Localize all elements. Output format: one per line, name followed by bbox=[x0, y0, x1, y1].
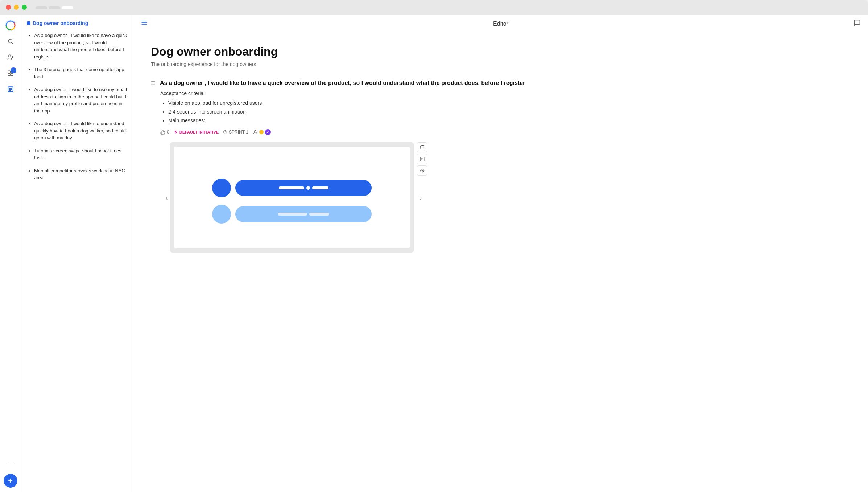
pill-dot-long-2 bbox=[278, 213, 307, 216]
expand-tool[interactable] bbox=[417, 142, 427, 152]
mockup-frame: ‹ › bbox=[170, 142, 414, 253]
panel-title: Dog owner onboarding bbox=[27, 20, 127, 26]
users-icon-button[interactable] bbox=[4, 51, 17, 64]
story-title: As a dog owner , I would like to have a … bbox=[160, 79, 851, 87]
notification-badge: 1 bbox=[11, 67, 16, 73]
mockup-circle-2 bbox=[212, 205, 231, 224]
svg-rect-18 bbox=[420, 146, 424, 149]
hamburger-menu-icon[interactable] bbox=[141, 19, 148, 28]
create-fab[interactable]: + bbox=[4, 474, 17, 488]
document-subtitle: The onboarding experience for the dog ow… bbox=[151, 61, 851, 67]
list-item: 2-4 seconds into screen animation bbox=[168, 108, 851, 116]
list-item[interactable]: Tutorials screen swipe should be x2 time… bbox=[34, 147, 127, 161]
panel-title-text: Dog owner onboarding bbox=[33, 20, 88, 26]
svg-point-21 bbox=[421, 170, 422, 171]
app-logo[interactable] bbox=[4, 19, 17, 32]
browser-tab-2[interactable] bbox=[49, 6, 60, 9]
browser-tab-1[interactable] bbox=[36, 6, 47, 9]
pill-dot-round bbox=[306, 186, 310, 190]
sprint-label: SPRINT 1 bbox=[229, 130, 248, 135]
mockup-pill-1 bbox=[235, 180, 372, 196]
icon-sidebar: 1 ⋯ + bbox=[0, 15, 21, 492]
fab-label: + bbox=[8, 476, 13, 485]
mockup-circle-1 bbox=[212, 179, 231, 197]
svg-point-17 bbox=[255, 131, 256, 132]
frame-tools bbox=[417, 142, 427, 176]
svg-line-2 bbox=[12, 42, 13, 44]
editor-title: Editor bbox=[493, 21, 508, 27]
votes-meta[interactable]: 0 bbox=[160, 130, 169, 135]
svg-rect-19 bbox=[420, 157, 424, 161]
traffic-light-red[interactable] bbox=[6, 5, 11, 10]
list-item[interactable]: The 3 tutorial pages that come up after … bbox=[34, 66, 127, 80]
pill-dot-short-2 bbox=[309, 213, 329, 216]
editor-header: Editor bbox=[133, 15, 868, 33]
acceptance-list: Visible on app load for unregistered use… bbox=[151, 99, 851, 125]
story-block: ☰ As a dog owner , I would like to have … bbox=[151, 79, 851, 253]
layers-icon-button[interactable]: 1 bbox=[4, 67, 17, 80]
initiative-meta[interactable]: DEFAULT INITIATIVE bbox=[174, 130, 219, 134]
mockup-row-1 bbox=[212, 179, 372, 197]
traffic-light-green[interactable] bbox=[22, 5, 27, 10]
svg-marker-15 bbox=[174, 130, 177, 134]
status-check bbox=[265, 129, 271, 135]
pill-dot-short bbox=[312, 186, 328, 189]
list-item: Main messages: bbox=[168, 116, 851, 125]
svg-rect-4 bbox=[8, 71, 10, 73]
story-panel: Dog owner onboarding As a dog owner , I … bbox=[21, 15, 133, 492]
preview-tool[interactable] bbox=[417, 165, 427, 176]
list-icon-button[interactable] bbox=[4, 83, 17, 96]
list-item[interactable]: As a dog owner, I would like to use my e… bbox=[34, 86, 127, 114]
svg-rect-6 bbox=[8, 74, 10, 76]
document-title: Dog owner onboarding bbox=[151, 45, 851, 58]
list-item: Visible on app load for unregistered use… bbox=[168, 99, 851, 108]
votes-count: 0 bbox=[167, 130, 169, 135]
acceptance-label: Acceptance criteria: bbox=[160, 90, 851, 96]
browser-tab-3[interactable] bbox=[62, 6, 73, 9]
chat-icon[interactable] bbox=[853, 19, 861, 28]
editor-content: Dog owner onboarding The onboarding expe… bbox=[133, 33, 868, 492]
svg-rect-20 bbox=[421, 158, 423, 160]
assignee-dot-yellow bbox=[259, 130, 264, 134]
initiative-label: DEFAULT INITIATIVE bbox=[179, 130, 219, 134]
story-list: As a dog owner , I would like to have a … bbox=[27, 32, 127, 181]
sprint-meta[interactable]: SPRINT 1 bbox=[223, 130, 248, 135]
assignee-meta[interactable] bbox=[253, 129, 271, 135]
traffic-light-yellow[interactable] bbox=[14, 5, 19, 10]
mockup-pill-2 bbox=[235, 206, 372, 222]
svg-point-3 bbox=[8, 55, 11, 57]
mockup-row-2 bbox=[212, 205, 372, 224]
story-meta: 0 DEFAULT INITIATIVE SPRINT 1 bbox=[160, 129, 851, 135]
story-menu-icon[interactable]: ☰ bbox=[151, 80, 156, 86]
more-icon-button[interactable]: ⋯ bbox=[4, 455, 17, 468]
editor-area: Editor Dog owner onboarding The onboardi… bbox=[133, 15, 868, 492]
search-icon-button[interactable] bbox=[4, 35, 17, 48]
nav-prev-button[interactable]: ‹ bbox=[162, 190, 171, 205]
svg-point-1 bbox=[8, 39, 12, 43]
mockup-inner bbox=[174, 147, 410, 248]
list-item[interactable]: As a dog owner , I would like to have a … bbox=[34, 32, 127, 60]
pill-dot-long bbox=[279, 186, 304, 189]
list-item[interactable]: Map all competitor services working in N… bbox=[34, 167, 127, 181]
svg-rect-7 bbox=[11, 74, 13, 76]
list-item[interactable]: As a dog owner , I would like to underst… bbox=[34, 120, 127, 142]
nav-next-button[interactable]: › bbox=[417, 190, 425, 205]
resize-tool[interactable] bbox=[417, 154, 427, 164]
